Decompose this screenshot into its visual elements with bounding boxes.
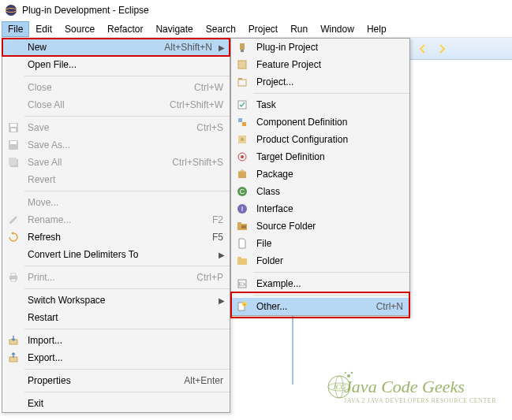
file-menu-properties[interactable]: Properties Alt+Enter: [2, 372, 230, 389]
menu-separator: [24, 329, 230, 329]
menu-separator: [253, 272, 409, 273]
menubar-project[interactable]: Project: [242, 21, 284, 37]
back-arrow-icon[interactable]: [415, 41, 431, 57]
file-menu-exit[interactable]: Exit: [2, 395, 230, 412]
new-project[interactable]: Project...: [231, 73, 409, 91]
svg-rect-17: [238, 80, 246, 86]
plugin-project-icon: [231, 42, 253, 53]
new-interface[interactable]: I Interface: [231, 200, 409, 217]
menubar-file[interactable]: File: [2, 21, 29, 37]
svg-text:JCG: JCG: [333, 383, 346, 391]
target-icon: [231, 151, 253, 162]
file-menu-close[interactable]: Close Ctrl+W: [2, 79, 230, 96]
component-icon: [231, 117, 253, 128]
menubar-help[interactable]: Help: [361, 21, 393, 37]
menubar-edit[interactable]: Edit: [29, 21, 58, 37]
new-class[interactable]: C Class: [231, 183, 409, 200]
menu-separator: [253, 295, 409, 295]
file-menu-revert[interactable]: Revert: [2, 171, 230, 188]
new-source-folder[interactable]: Source Folder: [231, 217, 409, 235]
svg-point-0: [6, 5, 17, 16]
svg-rect-14: [240, 43, 245, 50]
new-package[interactable]: Package: [231, 165, 409, 183]
file-menu-rename[interactable]: Rename... F2: [2, 211, 230, 229]
menubar-run[interactable]: Run: [284, 21, 314, 37]
svg-rect-35: [237, 257, 241, 258]
svg-rect-6: [10, 141, 17, 144]
svg-rect-20: [238, 118, 242, 122]
task-icon: [231, 99, 253, 110]
refresh-icon: [2, 232, 24, 243]
file-menu-save[interactable]: Save Ctrl+S: [2, 119, 230, 136]
menubar-search[interactable]: Search: [200, 21, 242, 37]
import-icon: [2, 335, 24, 346]
file-menu-convert-line-delimiters[interactable]: Convert Line Delimiters To ▶: [2, 246, 230, 263]
svg-rect-18: [238, 78, 242, 80]
svg-rect-34: [237, 258, 247, 265]
svg-rect-8: [9, 158, 17, 165]
new-other[interactable]: + Other... Ctrl+N: [231, 298, 409, 315]
file-icon: [231, 238, 253, 249]
save-icon: [2, 122, 24, 133]
interface-icon: I: [231, 203, 253, 214]
menubar-navigate[interactable]: Navigate: [149, 21, 199, 37]
watermark-subtitle: Java 2 Java Developers Resource Center: [344, 397, 496, 404]
svg-point-46: [351, 372, 353, 374]
svg-rect-16: [238, 61, 246, 69]
new-plugin-project[interactable]: Plug-in Project: [231, 39, 409, 56]
svg-point-23: [241, 138, 244, 141]
menu-label: New: [24, 42, 164, 53]
print-icon: [2, 272, 24, 283]
file-menu-export[interactable]: Export...: [2, 349, 230, 366]
menubar-source[interactable]: Source: [58, 21, 101, 37]
file-menu-import[interactable]: Import...: [2, 332, 230, 349]
new-feature-project[interactable]: Feature Project: [231, 56, 409, 73]
new-submenu: Plug-in Project Feature Project Project.…: [230, 38, 410, 316]
forward-arrow-icon[interactable]: [434, 41, 450, 57]
jcg-logo-icon: JCG: [320, 365, 358, 403]
menubar: File Edit Source Refactor Navigate Searc…: [0, 20, 512, 38]
svg-point-43: [335, 376, 343, 398]
new-task[interactable]: Task: [231, 96, 409, 113]
svg-rect-15: [241, 50, 244, 52]
package-icon: [231, 169, 253, 180]
menubar-refactor[interactable]: Refactor: [101, 21, 149, 37]
file-menu-save-all[interactable]: Save All Ctrl+Shift+S: [2, 154, 230, 171]
new-target-definition[interactable]: Target Definition: [231, 148, 409, 165]
rename-icon: [2, 214, 24, 225]
file-menu-refresh[interactable]: Refresh F5: [2, 229, 230, 246]
file-menu-move[interactable]: Move...: [2, 194, 230, 211]
menu-separator: [24, 392, 230, 392]
new-example[interactable]: Ex Example...: [231, 275, 409, 292]
save-all-icon: [2, 157, 24, 168]
menu-separator: [24, 76, 230, 76]
svg-point-42: [328, 383, 350, 391]
menu-separator: [24, 266, 230, 266]
submenu-arrow-icon: ▶: [219, 296, 230, 305]
window-title: Plug-in Development - Eclipse: [22, 5, 149, 16]
menu-separator: [24, 369, 230, 370]
svg-rect-11: [11, 279, 16, 281]
submenu-arrow-icon: ▶: [219, 251, 230, 259]
file-menu-open-file[interactable]: Open File...: [2, 56, 230, 73]
eclipse-icon: [5, 4, 17, 17]
new-component-definition[interactable]: Component Definition: [231, 113, 409, 131]
class-icon: C: [231, 186, 253, 197]
file-menu-switch-workspace[interactable]: Switch Workspace ▶: [2, 292, 230, 309]
new-product-configuration[interactable]: Product Configuration: [231, 131, 409, 148]
file-menu-save-as[interactable]: Save As...: [2, 136, 230, 154]
svg-rect-10: [11, 273, 16, 276]
svg-rect-26: [238, 172, 246, 178]
file-menu-restart[interactable]: Restart: [2, 309, 230, 326]
new-folder[interactable]: Folder: [231, 252, 409, 269]
product-config-icon: [231, 134, 253, 145]
file-menu-print[interactable]: Print... Ctrl+P: [2, 269, 230, 286]
svg-point-41: [328, 376, 350, 398]
file-menu-new[interactable]: New Alt+Shift+N ▶: [2, 39, 230, 56]
folder-icon: [231, 255, 253, 266]
svg-text:C: C: [240, 188, 245, 195]
svg-rect-4: [11, 128, 16, 132]
new-file[interactable]: File: [231, 235, 409, 252]
menubar-window[interactable]: Window: [314, 21, 361, 37]
file-menu-close-all[interactable]: Close All Ctrl+Shift+W: [2, 96, 230, 113]
